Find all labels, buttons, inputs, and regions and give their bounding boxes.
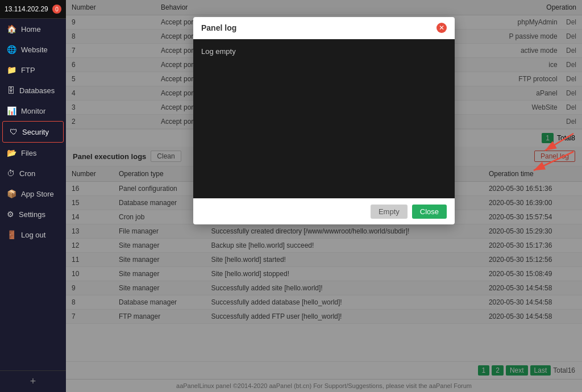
sidebar: 13.114.202.29 0 🏠 Home 🌐 Website 📁 FTP 🗄…: [0, 0, 66, 392]
sidebar-item-label: Security: [22, 128, 49, 136]
sidebar-item-cron[interactable]: ⏱ Cron: [0, 163, 66, 184]
appstore-icon: 📦: [7, 189, 16, 198]
sidebar-item-settings[interactable]: ⚙ Settings: [0, 204, 66, 224]
sidebar-item-label: Monitor: [21, 107, 45, 115]
sidebar-item-label: Settings: [19, 210, 45, 219]
sidebar-header: 13.114.202.29 0: [0, 0, 66, 19]
main-content: Number Behavior Operation 9 Accept port:…: [66, 0, 582, 392]
notification-badge: 0: [52, 5, 61, 14]
sidebar-item-label: Cron: [19, 169, 35, 178]
databases-icon: 🗄: [7, 86, 15, 95]
sidebar-item-files[interactable]: 📂 Files: [0, 143, 66, 163]
sidebar-item-home[interactable]: 🏠 Home: [0, 19, 66, 39]
server-ip: 13.114.202.29: [5, 5, 48, 13]
logout-icon: 🚪: [7, 230, 16, 239]
settings-icon: ⚙: [7, 210, 14, 219]
add-button[interactable]: +: [0, 370, 66, 392]
sidebar-item-security[interactable]: 🛡 Security: [2, 121, 64, 143]
website-icon: 🌐: [7, 45, 16, 54]
ftp-icon: 📁: [7, 65, 16, 74]
security-icon: 🛡: [10, 127, 18, 136]
sidebar-item-label: Databases: [19, 86, 55, 95]
monitor-icon: 📊: [7, 106, 16, 115]
sidebar-item-label: Files: [21, 149, 36, 157]
sidebar-item-label: Log out: [21, 231, 45, 239]
modal-body: Log empty: [193, 39, 455, 198]
modal-empty-text: Log empty: [201, 47, 236, 56]
modal-close-green-button[interactable]: Close: [412, 205, 447, 219]
modal-title: Panel log: [201, 23, 236, 32]
modal-header: Panel log ✕: [193, 17, 455, 39]
modal-overlay: Panel log ✕ Log empty Empty Close: [66, 0, 582, 392]
home-icon: 🏠: [7, 24, 16, 34]
sidebar-item-label: FTP: [21, 66, 35, 74]
sidebar-nav: 🏠 Home 🌐 Website 📁 FTP 🗄 Databases 📊 Mon…: [0, 19, 66, 370]
sidebar-item-monitor[interactable]: 📊 Monitor: [0, 101, 66, 121]
sidebar-item-logout[interactable]: 🚪 Log out: [0, 224, 66, 245]
cron-icon: ⏱: [7, 169, 15, 178]
sidebar-item-databases[interactable]: 🗄 Databases: [0, 80, 66, 101]
sidebar-item-label: Website: [21, 45, 48, 54]
files-icon: 📂: [7, 148, 16, 157]
sidebar-item-label: App Store: [21, 190, 54, 198]
sidebar-item-label: Home: [21, 25, 41, 34]
sidebar-item-website[interactable]: 🌐 Website: [0, 39, 66, 60]
sidebar-item-appstore[interactable]: 📦 App Store: [0, 184, 66, 204]
sidebar-item-ftp[interactable]: 📁 FTP: [0, 60, 66, 80]
modal-footer: Empty Close: [193, 198, 455, 224]
modal-empty-button[interactable]: Empty: [371, 205, 408, 219]
panel-log-modal: Panel log ✕ Log empty Empty Close: [193, 17, 455, 224]
modal-close-button[interactable]: ✕: [436, 23, 447, 33]
